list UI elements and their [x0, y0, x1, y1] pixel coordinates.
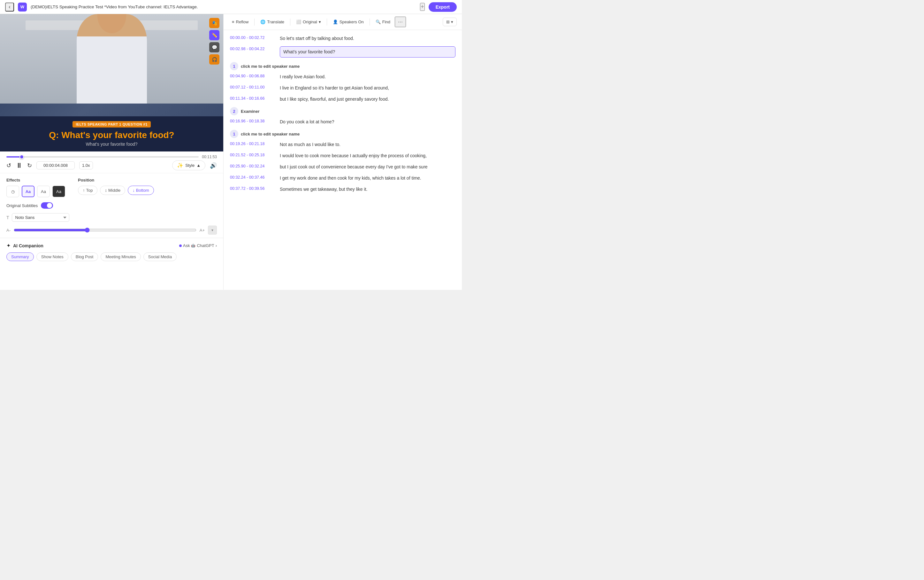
- pause-button[interactable]: ⏸: [16, 161, 23, 170]
- transcript-text: I would love to cook more because I actu…: [280, 152, 455, 159]
- speaker-1b-number: 1: [230, 130, 238, 138]
- transcript-timestamp[interactable]: 00:16.96 - 00:18.38: [230, 119, 275, 124]
- position-buttons: ↑ Top ↕ Middle ↓ Bottom: [78, 186, 154, 195]
- toolbar-separator-2: [290, 18, 290, 26]
- ai-companion-header: ✦ AI Companion Ask 🤖 ChatGPT ›: [7, 242, 217, 249]
- transcript-entry: 00:21.52 - 00:25.18 I would love to cook…: [230, 152, 455, 159]
- position-label: Position: [78, 178, 154, 183]
- position-section: Position ↑ Top ↕ Middle ↓ Bottom: [78, 178, 154, 197]
- transcript-timestamp[interactable]: 00:04.90 - 00:06.88: [230, 74, 275, 78]
- fontsize-max-label: A+: [200, 228, 205, 232]
- transcript-entry: 00:32.24 - 00:37.46 I get my work done a…: [230, 175, 455, 181]
- find-button[interactable]: 🔍 Find: [372, 18, 393, 26]
- transcript-entry: 00:19.26 - 00:21.18 Not as much as I wou…: [230, 141, 455, 148]
- more-options-button[interactable]: ···: [395, 16, 406, 27]
- video-badge: IELTS SPEAKING PART 1 QUESTION #1: [72, 121, 151, 127]
- transcript-text-highlighted: What's your favorite food?: [280, 46, 455, 58]
- original-subtitles-label: Original Subtitles: [7, 203, 38, 208]
- toolbar-separator-1: [254, 18, 255, 26]
- speaker-2-name[interactable]: Examiner: [241, 109, 260, 114]
- original-subtitles-row: Original Subtitles: [0, 200, 223, 212]
- search-icon: 🔍: [376, 20, 381, 24]
- subtitle-icon-button[interactable]: 💬: [209, 42, 219, 53]
- position-top-button[interactable]: ↑ Top: [78, 186, 97, 195]
- style-icon: ✨: [177, 162, 183, 168]
- transcript-entry: 00:16.96 - 00:18.38 Do you cook a lot at…: [230, 119, 455, 125]
- transcript-timestamp[interactable]: 00:37.72 - 00:39.56: [230, 186, 275, 191]
- speaker-1b-name[interactable]: click me to edit speaker name: [241, 132, 299, 137]
- left-panel: IELTS SPEAKING PART 1 QUESTION #1 Q: Wha…: [0, 14, 224, 290]
- transcript-timestamp-highlighted[interactable]: 00:02.98 - 00:04.22: [230, 46, 275, 51]
- video-icon-group: 🎭 ✏️ 💬 🎧: [209, 18, 219, 64]
- effect-aa-dark-button[interactable]: Aa: [53, 186, 65, 197]
- fontsize-row: A- A+ ▼: [0, 224, 223, 238]
- effects-label: Effects: [7, 178, 65, 183]
- transcript-timestamp[interactable]: 00:07.12 - 00:11.00: [230, 85, 275, 89]
- transcript-timestamp[interactable]: 00:25.90 - 00:32.24: [230, 164, 275, 168]
- layout-icon: ⊞: [446, 20, 450, 24]
- effect-aa-outline-button[interactable]: Aa: [22, 186, 35, 197]
- ai-dot-icon: [179, 244, 182, 247]
- layout-button[interactable]: ⊞ ▾: [443, 18, 457, 26]
- transcript-timestamp[interactable]: 00:19.26 - 00:21.18: [230, 141, 275, 146]
- video-placeholder: IELTS SPEAKING PART 1 QUESTION #1 Q: Wha…: [0, 14, 223, 152]
- forward-button[interactable]: ↻: [27, 162, 32, 169]
- tab-blog-post[interactable]: Blog Post: [71, 252, 99, 261]
- caption-icon-button[interactable]: 🎭: [209, 18, 219, 28]
- tab-show-notes[interactable]: Show Notes: [36, 252, 68, 261]
- video-bottom-bar: IELTS SPEAKING PART 1 QUESTION #1 Q: Wha…: [0, 116, 223, 152]
- volume-button[interactable]: 🔊: [210, 162, 217, 169]
- right-panel: ≡ Reflow 🌐 Translate ⬜ Original ▾ 👤 Spea…: [224, 14, 462, 290]
- transcript-panel: 00:00.00 - 00:02.72 So let's start off b…: [224, 30, 462, 290]
- font-row: T Noto Sans Arial Roboto: [0, 212, 223, 224]
- transcript-text: Not as much as I would like to.: [280, 141, 455, 148]
- position-middle-button[interactable]: ↕ Middle: [100, 186, 125, 195]
- ai-companion: ✦ AI Companion Ask 🤖 ChatGPT › Summary S…: [0, 238, 223, 265]
- reflow-button[interactable]: ≡ Reflow: [229, 18, 252, 26]
- audio-icon-button[interactable]: 🎧: [209, 54, 219, 64]
- ai-sparkle-icon: ✦: [7, 242, 10, 249]
- transcript-entry: 00:37.72 - 00:39.56 Sometimes we get tak…: [230, 186, 455, 193]
- progress-track[interactable]: [7, 156, 199, 158]
- topbar: ‹ W (DEMO)IELTS Speaking Practice Test *…: [0, 0, 462, 14]
- original-button[interactable]: ⬜ Original ▾: [293, 18, 324, 26]
- color-swatch[interactable]: ▼: [208, 226, 217, 234]
- tab-summary[interactable]: Summary: [7, 252, 34, 261]
- ask-chatgpt-button[interactable]: Ask 🤖 ChatGPT ›: [179, 243, 217, 248]
- progress-dot: [20, 155, 24, 159]
- translate-button[interactable]: 🌐 Translate: [257, 18, 288, 26]
- back-button[interactable]: ‹: [5, 3, 14, 12]
- original-icon: ⬜: [296, 20, 301, 24]
- transcript-timestamp[interactable]: 00:32.24 - 00:37.46: [230, 175, 275, 180]
- effect-aa-plain-button[interactable]: Aa: [37, 186, 50, 197]
- position-bottom-button[interactable]: ↓ Bottom: [128, 186, 154, 195]
- ai-companion-title: AI Companion: [13, 243, 43, 248]
- effect-clock-button[interactable]: ◷: [7, 186, 19, 197]
- main-layout: IELTS SPEAKING PART 1 QUESTION #1 Q: Wha…: [0, 14, 462, 290]
- speaker-2-number: 2: [230, 107, 238, 115]
- tab-title: (DEMO)IELTS Speaking Practice Test *Vide…: [31, 5, 416, 9]
- speakers-on-button[interactable]: 👤 Speakers On: [330, 18, 367, 26]
- font-select[interactable]: Noto Sans Arial Roboto: [12, 213, 69, 222]
- edit-icon-button[interactable]: ✏️: [209, 30, 219, 40]
- speaker-1-name[interactable]: click me to edit speaker name: [241, 64, 299, 69]
- tab-social-media[interactable]: Social Media: [143, 252, 177, 261]
- rewind-button[interactable]: ↺: [7, 162, 11, 169]
- transcript-entry: 00:00.00 - 00:02.72 So let's start off b…: [230, 35, 455, 42]
- video-container[interactable]: IELTS SPEAKING PART 1 QUESTION #1 Q: Wha…: [0, 14, 223, 152]
- transcript-entry: 00:25.90 - 00:32.24 but I just cook out …: [230, 164, 455, 170]
- transcript-timestamp[interactable]: 00:00.00 - 00:02.72: [230, 35, 275, 40]
- transcript-timestamp[interactable]: 00:21.52 - 00:25.18: [230, 152, 275, 157]
- fontsize-slider[interactable]: [14, 227, 196, 232]
- transcript-text: but I like spicy, flavorful, and just ge…: [280, 96, 455, 102]
- tab-meeting-minutes[interactable]: Meeting Minutes: [100, 252, 141, 261]
- export-button[interactable]: Export: [429, 2, 457, 12]
- original-subtitles-toggle[interactable]: [41, 202, 53, 209]
- style-button[interactable]: ✨ Style ▲: [172, 160, 206, 170]
- speed-control[interactable]: 1.0x: [79, 161, 93, 170]
- transcript-timestamp[interactable]: 00:11.34 - 00:16.66: [230, 96, 275, 101]
- transcript-entry-highlighted: 00:02.98 - 00:04.22 What's your favorite…: [230, 46, 455, 58]
- speaker-1-badge: 1 click me to edit speaker name: [230, 62, 455, 70]
- transcript-text: I get my work done and then cook for my …: [280, 175, 455, 181]
- new-tab-button[interactable]: +: [420, 3, 425, 11]
